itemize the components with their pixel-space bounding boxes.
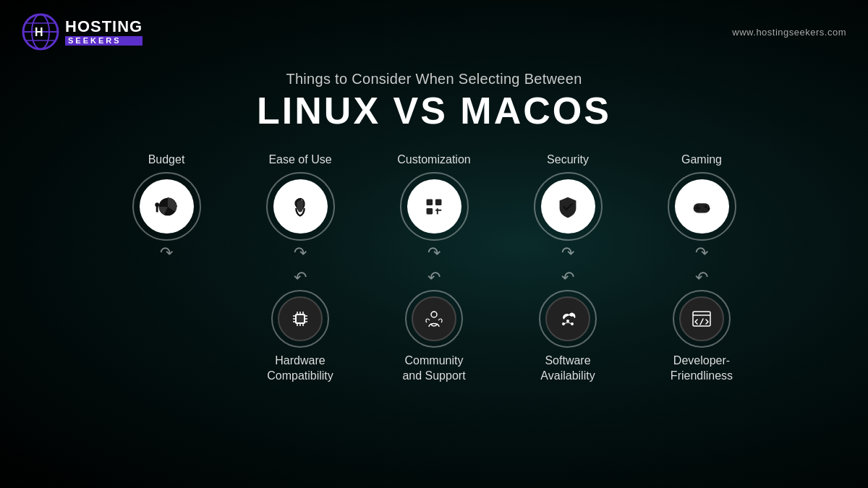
logo-text: HOSTING SEEKERS: [65, 19, 142, 46]
circle-custom: [400, 172, 469, 241]
background: H HOSTING SEEKERS www.hostingseekers.com…: [0, 0, 868, 488]
svg-text:H: H: [35, 26, 43, 38]
logo: H HOSTING SEEKERS: [22, 13, 142, 51]
circle-software: [539, 290, 597, 348]
circle-budget: [132, 172, 201, 241]
item-security-top: Security ↷: [534, 153, 603, 265]
svg-rect-14: [297, 315, 304, 322]
svg-rect-30: [437, 208, 438, 215]
item-software-bottom: ↶ SoftwareAvailability: [539, 265, 597, 384]
label-ease: Ease of Use: [268, 153, 331, 166]
label-security: Security: [547, 153, 589, 166]
budget-icon: [153, 193, 180, 221]
item-gaming-top: Gaming ↷: [668, 153, 736, 265]
circle-inner-developer: [679, 296, 724, 341]
arrow-software-up: ↶: [557, 267, 579, 288]
circle-inner-custom: [407, 179, 461, 234]
item-pair-budget: Budget: [100, 153, 234, 265]
item-pair-security-software: Security ↷ ↶: [501, 153, 635, 384]
arrow-developer-up: ↶: [691, 267, 712, 288]
label-developer: Developer-Friendliness: [671, 354, 733, 384]
security-icon: [554, 193, 582, 221]
arrow-budget-down: ↷: [156, 242, 177, 264]
subtitle: Things to Consider When Selecting Betwee…: [257, 71, 611, 87]
circle-inner-hardware: [278, 296, 323, 341]
community-icon: [423, 308, 445, 330]
svg-rect-29: [427, 208, 433, 215]
svg-line-45: [700, 319, 703, 325]
circle-inner-budget: [140, 179, 194, 234]
arrow-ease-down: ↷: [289, 242, 311, 264]
arrow-security-down: ↷: [557, 242, 579, 264]
label-budget: Budget: [148, 153, 185, 166]
label-hardware: HardwareCompatibility: [267, 354, 333, 384]
svg-point-32: [431, 312, 437, 317]
svg-point-8: [155, 202, 159, 207]
logo-hosting: HOSTING: [65, 19, 142, 35]
logo-icon: H: [22, 13, 59, 51]
title-section: Things to Consider When Selecting Betwee…: [257, 71, 611, 132]
svg-point-42: [707, 207, 710, 210]
item-community-bottom: ↶ Communityand Support: [402, 265, 465, 384]
svg-rect-27: [427, 199, 433, 205]
circle-hardware: [271, 290, 329, 348]
item-ease-top: Ease of Use: [266, 153, 335, 265]
item-pair-ease-hardware: Ease of Use: [234, 153, 367, 384]
logo-seekers: SEEKERS: [65, 36, 142, 46]
main-title: LINUX VS MACOS: [257, 90, 611, 132]
label-customization: Customization: [397, 153, 470, 166]
ease-icon: [286, 193, 314, 221]
website-url: www.hostingseekers.com: [732, 27, 846, 38]
circle-developer: [673, 290, 731, 348]
circle-gaming: [668, 172, 736, 241]
arrow-community-up: ↶: [423, 267, 445, 288]
circle-ease: [266, 172, 335, 241]
circle-inner-security: [541, 179, 595, 234]
arrow-hardware-up: ↶: [289, 267, 311, 288]
item-custom-top: Customization ↷: [397, 153, 470, 265]
item-pair-custom-community: Customization ↷: [367, 153, 501, 384]
header: H HOSTING SEEKERS www.hostingseekers.com: [0, 0, 868, 51]
circle-community: [405, 290, 463, 348]
circle-inner-community: [412, 296, 456, 341]
svg-point-41: [705, 205, 707, 208]
circle-security: [534, 172, 603, 241]
developer-icon: [691, 308, 712, 330]
svg-point-33: [566, 320, 569, 322]
arrow-custom-down: ↷: [423, 242, 445, 264]
item-hardware-bottom: ↶: [267, 265, 333, 384]
circle-inner-gaming: [675, 179, 729, 234]
circle-inner-ease: [273, 179, 328, 234]
svg-rect-31: [435, 209, 442, 210]
customization-icon: [420, 193, 448, 221]
label-gaming: Gaming: [681, 153, 722, 166]
hardware-icon: [289, 308, 311, 330]
label-community: Communityand Support: [402, 354, 465, 384]
arrow-gaming-down: ↷: [691, 242, 712, 264]
item-developer-bottom: ↶ Developer-Friendliness: [671, 265, 733, 384]
svg-rect-28: [435, 199, 442, 205]
item-budget-top: Budget: [132, 153, 201, 265]
gaming-icon: [688, 193, 715, 221]
svg-rect-43: [693, 312, 710, 326]
software-icon: [557, 308, 579, 330]
items-container: Budget: [0, 153, 868, 384]
label-software: SoftwareAvailability: [540, 354, 595, 384]
item-pair-gaming-developer: Gaming ↷ ↶: [635, 153, 769, 384]
circle-inner-software: [545, 296, 590, 341]
